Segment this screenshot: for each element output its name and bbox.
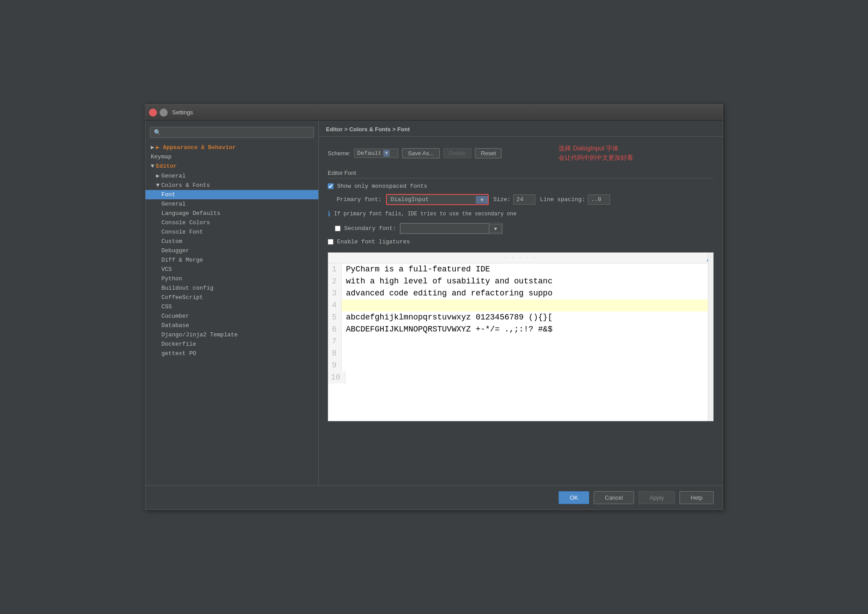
- sidebar-item-database[interactable]: Database: [145, 321, 318, 330]
- sidebar-item-label: Dockerfile: [161, 341, 196, 347]
- secondary-font-input[interactable]: [400, 223, 489, 234]
- annotation: 选择 DialogInput 字体 会让代码中的中文更加好看: [559, 144, 633, 162]
- secondary-font-label: Secondary font:: [344, 225, 396, 232]
- info-text: If primary font fails, IDE tries to use …: [334, 211, 516, 217]
- preview-line-8: 8: [328, 347, 713, 360]
- line-content-9: [342, 360, 351, 372]
- sidebar-item-python[interactable]: Python: [145, 274, 318, 283]
- sidebar-item-css[interactable]: CSS: [145, 302, 318, 311]
- expand-arrow: ▶: [151, 144, 154, 151]
- window-title: Settings: [172, 109, 193, 116]
- sidebar-item-console-colors[interactable]: Console Colors: [145, 218, 318, 227]
- sidebar-item-colors-fonts[interactable]: ▼ Colors & Fonts: [145, 181, 318, 190]
- line-content-5: abcdefghijklmnopqrstuvwxyz 0123456789 ()…: [342, 311, 552, 323]
- line-spacing-label: Line spacing:: [540, 196, 585, 203]
- line-number-8: 8: [328, 347, 342, 360]
- line-number-1: 1: [328, 263, 342, 275]
- sidebar-item-label: Font: [161, 191, 175, 198]
- scheme-row: Scheme: Default ▼ Save As... Delete Rese…: [328, 144, 714, 162]
- sidebar-item-label: Diff & Merge: [161, 257, 203, 263]
- sidebar-item-debugger[interactable]: Debugger: [145, 246, 318, 255]
- annotation-line1: 选择 DialogInput 字体: [559, 144, 633, 153]
- secondary-font-row: Secondary font: ▼: [335, 223, 714, 234]
- scheme-select[interactable]: Default ▼: [354, 149, 398, 158]
- preview-line-2: 2 with a high level of usability and out…: [328, 275, 713, 287]
- sidebar-item-custom[interactable]: Custom: [145, 237, 318, 246]
- sidebar-item-coffeescript[interactable]: CoffeeScript: [145, 293, 318, 302]
- sidebar-item-django[interactable]: Django/Jinja2 Template: [145, 330, 318, 339]
- line-number-5: 5: [328, 311, 342, 323]
- content-area: Scheme: Default ▼ Save As... Delete Rese…: [319, 137, 723, 485]
- ligatures-checkbox[interactable]: [328, 239, 334, 245]
- preview-line-4: 4: [328, 299, 713, 311]
- size-input[interactable]: [513, 194, 535, 205]
- expand-arrow: ▼: [156, 182, 160, 189]
- ligatures-row: Enable font ligatures: [328, 238, 714, 245]
- info-icon: ℹ: [328, 210, 330, 218]
- size-wrapper: Size:: [493, 194, 535, 205]
- breadcrumb-sep1: >: [344, 126, 349, 133]
- sidebar-item-general[interactable]: ▶ General: [145, 171, 318, 181]
- line-number-3: 3: [328, 287, 342, 299]
- line-content-8: [342, 347, 351, 360]
- dialog-body: ▶ ▶ Appearance & Behavior Keymap ▼ Edito…: [145, 121, 723, 485]
- scheme-label: Scheme:: [328, 150, 350, 157]
- size-label: Size:: [493, 196, 510, 203]
- sidebar-item-keymap[interactable]: Keymap: [145, 152, 318, 162]
- sidebar: ▶ ▶ Appearance & Behavior Keymap ▼ Edito…: [145, 121, 319, 485]
- sidebar-item-general-colors[interactable]: General: [145, 199, 318, 209]
- cancel-button[interactable]: Cancel: [594, 491, 634, 504]
- secondary-font-dropdown-btn[interactable]: ▼: [489, 224, 502, 233]
- sidebar-item-font[interactable]: Font: [145, 190, 318, 199]
- primary-font-input[interactable]: [387, 195, 476, 204]
- scrollbar[interactable]: [708, 253, 713, 421]
- preview-line-7: 7: [328, 335, 713, 347]
- scheme-dropdown-arrow[interactable]: ▼: [383, 150, 390, 157]
- primary-font-row: Primary font: ▼ Size: Line spacing:: [328, 194, 714, 205]
- preview-line-9: 9: [328, 360, 713, 372]
- sidebar-item-vcs[interactable]: VCS: [145, 265, 318, 274]
- monospaced-checkbox[interactable]: [328, 183, 334, 189]
- line-content-7: [342, 335, 351, 347]
- line-spacing-input[interactable]: [588, 194, 610, 205]
- ok-button[interactable]: OK: [559, 491, 589, 504]
- sidebar-item-label: CSS: [161, 303, 172, 310]
- line-number-10: 10: [328, 372, 346, 384]
- line-number-7: 7: [328, 335, 342, 347]
- sidebar-item-label: Python: [161, 275, 182, 282]
- apply-button[interactable]: Apply: [639, 491, 675, 504]
- line-content-4: [342, 299, 713, 311]
- sidebar-item-language-defaults[interactable]: Language Defaults: [145, 209, 318, 218]
- primary-font-label: Primary font:: [337, 196, 382, 203]
- sidebar-item-label: General: [161, 201, 186, 207]
- secondary-font-input-wrapper: ▼: [400, 223, 502, 234]
- minimize-button[interactable]: [160, 109, 168, 117]
- sidebar-item-console-font[interactable]: Console Font: [145, 227, 318, 237]
- sidebar-item-label: Custom: [161, 238, 182, 245]
- secondary-font-checkbox[interactable]: [335, 226, 341, 231]
- sidebar-item-editor[interactable]: ▼ Editor: [145, 162, 318, 171]
- title-bar: Settings: [145, 105, 723, 121]
- sidebar-item-gettext[interactable]: gettext PO: [145, 349, 318, 358]
- reset-button[interactable]: Reset: [475, 148, 502, 158]
- close-button[interactable]: [149, 109, 157, 117]
- line-spacing-wrapper: Line spacing:: [540, 194, 610, 205]
- sidebar-item-cucumber[interactable]: Cucumber: [145, 311, 318, 321]
- sidebar-item-label: Console Colors: [161, 219, 210, 226]
- line-content-6: ABCDEFGHIJKLMNOPQRSTUVWXYZ +-*/= .,;:!? …: [342, 323, 552, 335]
- sidebar-item-label: ▶ Appearance & Behavior: [156, 144, 236, 151]
- sidebar-item-diff-merge[interactable]: Diff & Merge: [145, 255, 318, 265]
- search-input[interactable]: [150, 127, 314, 138]
- sidebar-item-appearance[interactable]: ▶ ▶ Appearance & Behavior: [145, 142, 318, 152]
- help-button[interactable]: Help: [679, 491, 714, 504]
- preview-line-6: 6 ABCDEFGHIJKLMNOPQRSTUVWXYZ +-*/= .,;:!…: [328, 323, 713, 335]
- sidebar-item-label: Cucumber: [161, 313, 189, 319]
- save-as-button[interactable]: Save As...: [402, 148, 440, 158]
- sidebar-item-label: Django/Jinja2 Template: [161, 331, 238, 338]
- sidebar-item-dockerfile[interactable]: Dockerfile: [145, 339, 318, 349]
- sidebar-item-buildout[interactable]: Buildout config: [145, 283, 318, 293]
- expand-arrow: ▶: [156, 172, 160, 179]
- primary-font-dropdown-btn[interactable]: ▼: [476, 196, 488, 204]
- monospaced-label: Show only monospaced fonts: [337, 183, 427, 190]
- sidebar-item-label: Colors & Fonts: [161, 182, 210, 189]
